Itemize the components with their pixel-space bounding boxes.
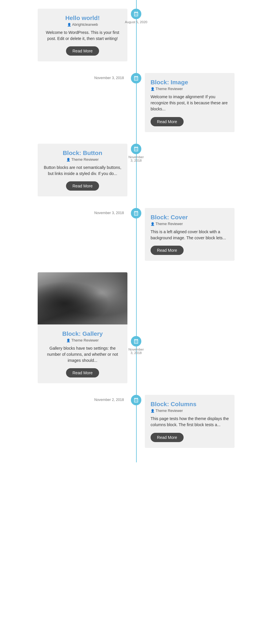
- timeline-node-6: [127, 395, 145, 405]
- gallery-image-inner: [38, 272, 127, 324]
- timeline-date-6: November 2, 2018: [94, 398, 124, 402]
- card-title-5: Block: Gallery: [43, 330, 122, 337]
- read-more-wrapper: Read More: [43, 46, 122, 56]
- card-title-4: Block: Cover: [151, 214, 229, 221]
- read-more-wrapper-4: Read More: [151, 246, 229, 255]
- post-block-cover: Block: Cover Theme Reviewer This is a le…: [145, 208, 235, 261]
- calendar-icon-5: [131, 336, 141, 346]
- timeline-date-5: November 3, 2018: [127, 348, 145, 355]
- read-more-wrapper-2: Read More: [151, 117, 229, 126]
- card-block-columns: Block: Columns Theme Reviewer This page …: [145, 395, 235, 448]
- gallery-card-body: Block: Gallery Theme Reviewer Gallery bl…: [38, 324, 127, 383]
- card-title-3: Block: Button: [43, 149, 122, 156]
- card-block-button: Block: Button Theme Reviewer Button bloc…: [38, 144, 127, 196]
- read-more-wrapper-3: Read More: [43, 181, 122, 191]
- card-author-3: Theme Reviewer: [43, 158, 122, 162]
- post-block-image: Block: Image Theme Reviewer Welcome to i…: [145, 73, 235, 132]
- read-more-wrapper-5: Read More: [43, 368, 122, 377]
- card-block-image: Block: Image Theme Reviewer Welcome to i…: [145, 73, 235, 132]
- card-author: Abrightclearweb: [43, 23, 122, 27]
- card-block-gallery: Block: Gallery Theme Reviewer Gallery bl…: [38, 272, 127, 383]
- timeline-row-3: Block: Button Theme Reviewer Button bloc…: [38, 144, 240, 196]
- timeline-row-2: November 3, 2018 Block: Image Theme Revi…: [38, 73, 240, 132]
- empty-left-2: November 3, 2018: [38, 73, 127, 80]
- card-title-6: Block: Columns: [151, 401, 229, 408]
- calendar-svg-4: [133, 211, 139, 216]
- read-more-wrapper-6: Read More: [151, 433, 229, 442]
- calendar-icon-3: [131, 144, 141, 154]
- empty-left-4: November 3, 2018: [38, 208, 127, 215]
- gallery-image: [38, 272, 127, 324]
- timeline-date-3: November 3, 2018: [127, 155, 145, 162]
- card-author-5: Theme Reviewer: [43, 338, 122, 342]
- card-excerpt-3: Button blocks are not semantically butto…: [43, 165, 122, 177]
- calendar-svg-6: [133, 397, 139, 403]
- post-hello-world: Hello world! Abrightclearweb Welcome to …: [38, 9, 127, 61]
- calendar-svg-2: [133, 76, 139, 81]
- timeline-date-1: August 5, 2020: [125, 20, 147, 24]
- read-more-button-5[interactable]: Read More: [66, 368, 99, 377]
- calendar-icon-1: [131, 9, 141, 19]
- empty-left-6: November 2, 2018: [38, 395, 127, 402]
- timeline-node-2: [127, 73, 145, 83]
- timeline-node-3: November 3, 2018: [127, 144, 145, 162]
- timeline-node-4: [127, 208, 145, 218]
- timeline-wrapper: Hello world! Abrightclearweb Welcome to …: [38, 0, 240, 462]
- card-hello-world: Hello world! Abrightclearweb Welcome to …: [38, 9, 127, 61]
- calendar-icon-6: [131, 395, 141, 405]
- read-more-button[interactable]: Read More: [66, 46, 99, 56]
- card-author-4: Theme Reviewer: [151, 222, 229, 226]
- calendar-icon-4: [131, 208, 141, 218]
- card-excerpt-5: Gallery blocks have two settings: the nu…: [43, 345, 122, 364]
- calendar-icon-2: [131, 73, 141, 83]
- timeline-row-4: November 3, 2018 Block: Cover Theme Revi…: [38, 208, 240, 261]
- timeline-row-1: Hello world! Abrightclearweb Welcome to …: [38, 6, 240, 61]
- timeline-row-6: November 2, 2018 Block: Columns Theme Re…: [38, 395, 240, 448]
- read-more-button-2[interactable]: Read More: [151, 117, 184, 126]
- post-block-button: Block: Button Theme Reviewer Button bloc…: [38, 144, 127, 196]
- read-more-button-6[interactable]: Read More: [151, 433, 184, 442]
- card-author-2: Theme Reviewer: [151, 87, 229, 91]
- card-title-2: Block: Image: [151, 79, 229, 86]
- timeline-date-4: November 3, 2018: [94, 211, 124, 215]
- card-excerpt-4: This is a left aligned cover block with …: [151, 229, 229, 241]
- card-excerpt-2: Welcome to image alignment! If you recog…: [151, 94, 229, 112]
- timeline-row-5: Block: Gallery Theme Reviewer Gallery bl…: [38, 272, 240, 383]
- calendar-svg-5: [133, 339, 139, 344]
- card-title: Hello world!: [43, 14, 122, 21]
- post-block-columns: Block: Columns Theme Reviewer This page …: [145, 395, 235, 448]
- post-block-gallery: Block: Gallery Theme Reviewer Gallery bl…: [38, 272, 127, 383]
- card-excerpt: Welcome to WordPress. This is your first…: [43, 30, 122, 42]
- card-block-cover: Block: Cover Theme Reviewer This is a le…: [145, 208, 235, 261]
- card-author-6: Theme Reviewer: [151, 409, 229, 413]
- calendar-svg-3: [133, 146, 139, 152]
- timeline-node-1: August 5, 2020: [127, 9, 145, 24]
- calendar-svg: [133, 11, 139, 17]
- read-more-button-3[interactable]: Read More: [66, 181, 99, 191]
- timeline-node-5: November 3, 2018: [127, 336, 145, 355]
- timeline-date-2: November 3, 2018: [94, 76, 124, 80]
- card-excerpt-6: This page tests how the theme displays t…: [151, 416, 229, 428]
- read-more-button-4[interactable]: Read More: [151, 246, 184, 255]
